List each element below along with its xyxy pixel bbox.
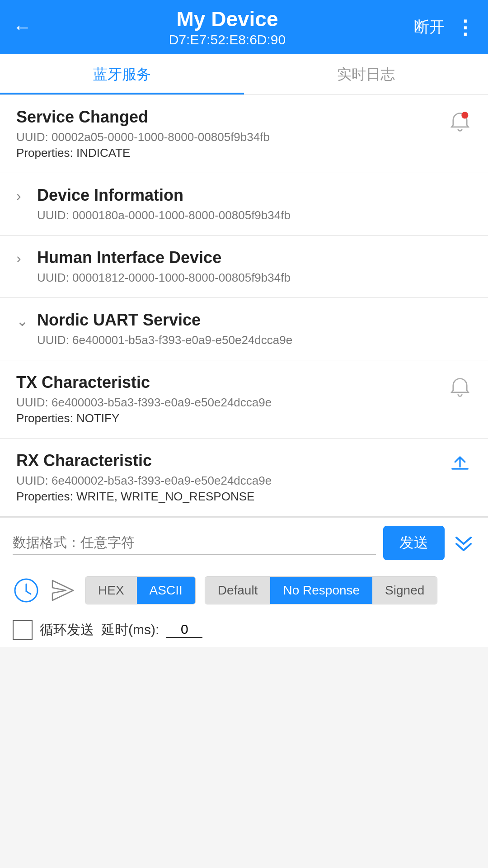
tx-char-properties: Properties: NOTIFY (16, 411, 272, 425)
hid-title: Human Interface Device (37, 248, 291, 267)
service-item-service-changed: Service Changed UUID: 00002a05-0000-1000… (0, 95, 488, 173)
rx-char-properties: Properties: WRITE, WRITE_NO_RESPONSE (16, 490, 272, 504)
header-title-block: My Device D7:E7:52:E8:6D:90 (41, 7, 414, 47)
expand-down-button[interactable] (452, 530, 475, 556)
no-response-button[interactable]: No Response (270, 577, 372, 604)
format-group: HEX ASCII (85, 576, 196, 604)
service-changed-title: Service Changed (16, 108, 270, 127)
hid-uuid: UUID: 00001812-0000-1000-8000-00805f9b34… (37, 271, 291, 285)
nordic-uart-title: Nordic UART Service (37, 311, 292, 330)
more-menu-button[interactable]: ⋮ (455, 16, 475, 38)
nordic-uart-header: ⌄ Nordic UART Service UUID: 6e400001-b5a… (16, 311, 472, 347)
rx-char-header: RX Characteristic UUID: 6e400002-b5a3-f3… (16, 451, 472, 504)
header-actions: 断开 ⋮ (414, 16, 475, 38)
service-changed-bell-icon[interactable] (448, 110, 472, 136)
svg-point-0 (461, 112, 468, 118)
loop-checkbox[interactable] (13, 620, 33, 640)
delay-label: 延时(ms): (101, 621, 159, 639)
hex-button[interactable]: HEX (85, 577, 137, 604)
tx-char-header: TX Characteristic UUID: 6e400003-b5a3-f3… (16, 373, 472, 425)
service-changed-info: Service Changed UUID: 00002a05-0000-1000… (16, 108, 270, 160)
service-list: Service Changed UUID: 00002a05-0000-1000… (0, 95, 488, 517)
hid-content: Human Interface Device UUID: 00001812-00… (37, 248, 291, 285)
nordic-uart-uuid: UUID: 6e400001-b5a3-f393-e0a9-e50e24dcca… (37, 333, 292, 347)
tx-char-title: TX Characteristic (16, 373, 272, 392)
tx-char-info: TX Characteristic UUID: 6e400003-b5a3-f3… (16, 373, 272, 425)
device-info-title: Device Information (37, 186, 291, 205)
disconnect-button[interactable]: 断开 (414, 17, 445, 38)
send-icon[interactable] (49, 577, 76, 604)
delay-input[interactable] (166, 622, 202, 638)
response-group: Default No Response Signed (205, 576, 438, 604)
tab-bar: 蓝牙服务 实时日志 (0, 54, 488, 95)
input-row: 发送 (0, 517, 488, 568)
characteristic-tx: TX Characteristic UUID: 6e400003-b5a3-f3… (0, 360, 488, 439)
loop-label: 循环发送 (40, 621, 94, 639)
rx-char-upload-icon[interactable] (448, 451, 472, 476)
default-button[interactable]: Default (205, 577, 271, 604)
app-header: ← My Device D7:E7:52:E8:6D:90 断开 ⋮ (0, 0, 488, 54)
tab-bluetooth-service[interactable]: 蓝牙服务 (0, 54, 244, 94)
service-item-device-information[interactable]: › Device Information UUID: 0000180a-0000… (0, 173, 488, 236)
chevron-right-icon: › (16, 188, 30, 204)
signed-button[interactable]: Signed (372, 577, 437, 604)
chevron-right-icon-hid: › (16, 250, 30, 267)
bottom-toolbar: HEX ASCII Default No Response Signed (0, 568, 488, 613)
device-info-left: › Device Information UUID: 0000180a-0000… (16, 186, 291, 222)
rx-char-uuid: UUID: 6e400002-b5a3-f393-e0a9-e50e24dcca… (16, 474, 272, 488)
nordic-uart-content: Nordic UART Service UUID: 6e400001-b5a3-… (37, 311, 292, 347)
send-button[interactable]: 发送 (383, 526, 445, 560)
tx-char-uuid: UUID: 6e400003-b5a3-f393-e0a9-e50e24dcca… (16, 396, 272, 410)
tx-char-bell-icon[interactable] (448, 376, 472, 401)
device-info-content: Device Information UUID: 0000180a-0000-1… (37, 186, 291, 222)
nordic-uart-left: ⌄ Nordic UART Service UUID: 6e400001-b5a… (16, 311, 292, 347)
device-info-header: › Device Information UUID: 0000180a-0000… (16, 186, 472, 222)
rx-char-title: RX Characteristic (16, 451, 272, 470)
service-changed-properties: Properties: INDICATE (16, 146, 270, 160)
hid-left: › Human Interface Device UUID: 00001812-… (16, 248, 291, 285)
rx-char-info: RX Characteristic UUID: 6e400002-b5a3-f3… (16, 451, 272, 504)
back-button[interactable]: ← (13, 16, 32, 38)
data-input-field[interactable] (13, 531, 376, 555)
clock-icon[interactable] (13, 577, 40, 604)
service-changed-uuid: UUID: 00002a05-0000-1000-8000-00805f9b34… (16, 130, 270, 144)
device-mac: D7:E7:52:E8:6D:90 (41, 32, 414, 47)
service-item-hid[interactable]: › Human Interface Device UUID: 00001812-… (0, 236, 488, 298)
characteristic-rx: RX Characteristic UUID: 6e400002-b5a3-f3… (0, 439, 488, 517)
service-changed-header: Service Changed UUID: 00002a05-0000-1000… (16, 108, 472, 160)
hid-header: › Human Interface Device UUID: 00001812-… (16, 248, 472, 285)
loop-row: 循环发送 延时(ms): (0, 613, 488, 647)
service-item-nordic-uart[interactable]: ⌄ Nordic UART Service UUID: 6e400001-b5a… (0, 298, 488, 360)
chevron-down-icon-nordic: ⌄ (16, 312, 30, 330)
tab-realtime-log[interactable]: 实时日志 (244, 54, 488, 94)
ascii-button[interactable]: ASCII (137, 577, 195, 604)
device-name: My Device (41, 7, 414, 32)
device-info-uuid: UUID: 0000180a-0000-1000-8000-00805f9b34… (37, 208, 291, 222)
